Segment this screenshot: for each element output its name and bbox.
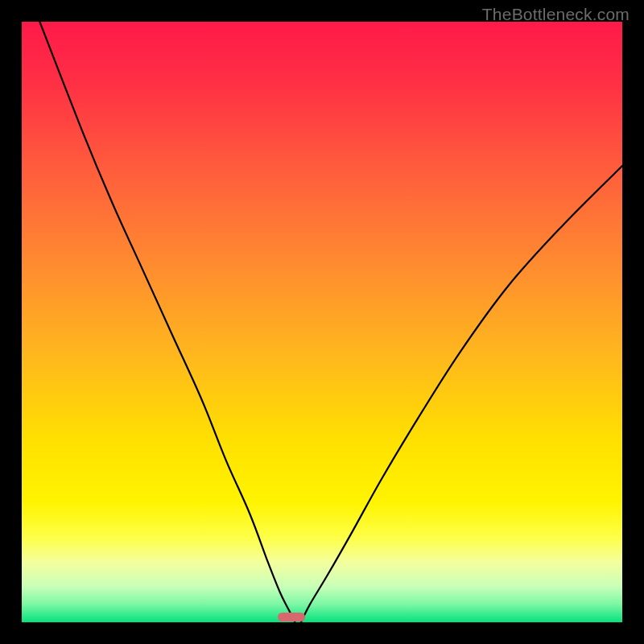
bottleneck-curve xyxy=(22,22,622,622)
curve-left-branch xyxy=(39,22,295,622)
optimum-marker xyxy=(278,613,305,621)
watermark-text: TheBottleneck.com xyxy=(482,5,630,24)
chart-plot-area xyxy=(22,22,622,622)
curve-right-branch xyxy=(301,166,622,622)
